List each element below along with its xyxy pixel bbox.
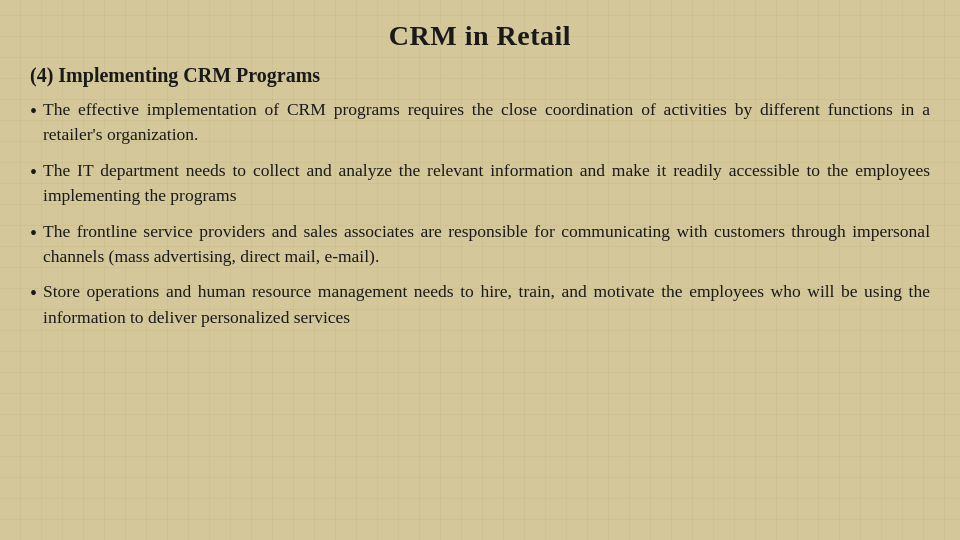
bullet-dot-3: • (30, 220, 37, 246)
bullet-item-2: • The IT department needs to collect and… (30, 158, 930, 209)
bullet-text-2: The IT department needs to collect and a… (43, 158, 930, 209)
bullet-item-4: • Store operations and human resource ma… (30, 279, 930, 330)
slide-subtitle: (4) Implementing CRM Programs (30, 64, 930, 87)
bullet-dot-4: • (30, 280, 37, 306)
bullet-dot-1: • (30, 98, 37, 124)
bullet-list: • The effective implementation of CRM pr… (30, 97, 930, 330)
bullet-item-3: • The frontline service providers and sa… (30, 219, 930, 270)
bullet-text-4: Store operations and human resource mana… (43, 279, 930, 330)
bullet-item-1: • The effective implementation of CRM pr… (30, 97, 930, 148)
bullet-text-3: The frontline service providers and sale… (43, 219, 930, 270)
bullet-dot-2: • (30, 159, 37, 185)
slide: CRM in Retail (4) Implementing CRM Progr… (0, 0, 960, 540)
slide-title: CRM in Retail (30, 20, 930, 52)
bullet-text-1: The effective implementation of CRM prog… (43, 97, 930, 148)
